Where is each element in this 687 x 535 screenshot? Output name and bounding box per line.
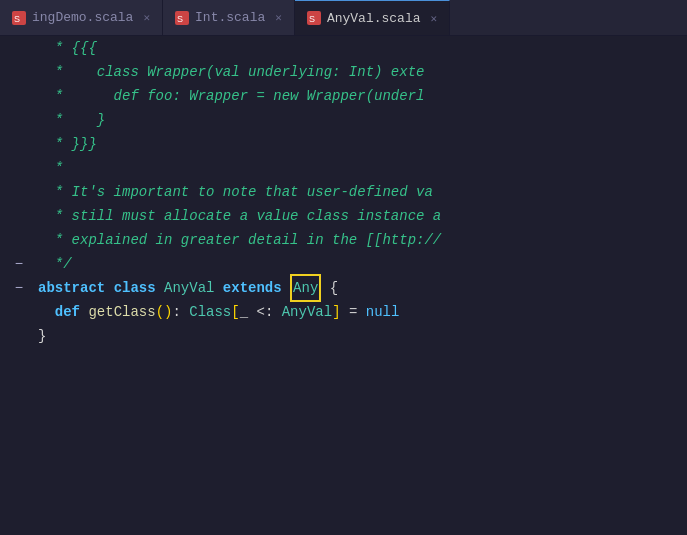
gutter-spacer-9	[12, 228, 26, 252]
line-9-content: * explained in greater detail in the [[h…	[38, 228, 441, 252]
svg-text:S: S	[177, 14, 183, 24]
line-12-bracket2: ]	[332, 300, 340, 324]
line-12-indent	[38, 300, 55, 324]
line-12: def getClass(): Class[_ <: AnyVal] = nul…	[38, 300, 687, 324]
tab-anyval-close[interactable]: ✕	[431, 12, 438, 25]
scala-icon: S	[12, 11, 26, 25]
gutter-spacer-5	[12, 132, 26, 156]
line-11-brace: {	[321, 276, 338, 300]
tab-boxing-close[interactable]: ✕	[143, 11, 150, 24]
line-9: * explained in greater detail in the [[h…	[38, 228, 687, 252]
line-10: */	[38, 252, 687, 276]
gutter-spacer-8	[12, 204, 26, 228]
line-11-extends: extends	[223, 276, 290, 300]
line-7-content: * It's important to note that user-defin…	[38, 180, 433, 204]
line-11-abstract: abstract	[38, 276, 114, 300]
tab-boxing-label: ingDemo.scala	[32, 10, 133, 25]
line-12-anyval-ref: AnyVal	[282, 300, 332, 324]
line-11-anyval: AnyVal	[164, 276, 223, 300]
line-12-bracket1: [	[231, 300, 239, 324]
gutter-spacer-2	[12, 60, 26, 84]
line-12-null: null	[366, 300, 400, 324]
line-1-content: * {{{	[38, 36, 97, 60]
line-3: * def foo: Wrapper = new Wrapper(underl	[38, 84, 687, 108]
line-7: * It's important to note that user-defin…	[38, 180, 687, 204]
line-12-class-type: Class	[189, 300, 231, 324]
line-13: }	[38, 324, 687, 348]
gutter-fold-class[interactable]: −	[12, 276, 26, 300]
tab-int-close[interactable]: ✕	[275, 11, 282, 24]
line-12-equals: =	[341, 300, 366, 324]
line-11: abstract class AnyVal extends Any {	[38, 276, 687, 300]
editor-window: S ingDemo.scala ✕ S Int.scala ✕ S AnyVal…	[0, 0, 687, 535]
line-12-getclass: getClass	[88, 300, 155, 324]
line-5: * }}}	[38, 132, 687, 156]
svg-text:S: S	[14, 14, 20, 24]
line-12-colon: :	[172, 300, 189, 324]
line-2: * class Wrapper(val underlying: Int) ext…	[38, 60, 687, 84]
line-13-brace: }	[38, 324, 46, 348]
line-12-paren2: )	[164, 300, 172, 324]
gutter-spacer-4	[12, 108, 26, 132]
gutter-fold-comment-end[interactable]: −	[12, 252, 26, 276]
line-8-content: * still must allocate a value class inst…	[38, 204, 441, 228]
line-12-def: def	[55, 300, 89, 324]
line-4: * }	[38, 108, 687, 132]
line-12-underscore: _ <:	[240, 300, 282, 324]
line-10-content: */	[38, 252, 72, 276]
tab-boxing[interactable]: S ingDemo.scala ✕	[0, 0, 163, 35]
line-1: * {{{	[38, 36, 687, 60]
scala-icon-int: S	[175, 11, 189, 25]
gutter-spacer-1	[12, 36, 26, 60]
code-content: * {{{ * class Wrapper(val underlying: In…	[30, 36, 687, 535]
tab-int-label: Int.scala	[195, 10, 265, 25]
line-11-class: class	[114, 276, 164, 300]
line-5-content: * }}}	[38, 132, 97, 156]
line-3-content: * def foo: Wrapper = new Wrapper(underl	[38, 84, 424, 108]
editor-area: − − * {{{ * class Wrapper(val underlying…	[0, 36, 687, 535]
gutter-spacer-7	[12, 180, 26, 204]
tab-anyval-label: AnyVal.scala	[327, 11, 421, 26]
gutter: − −	[0, 36, 30, 535]
line-2-content: * class Wrapper(val underlying: Int) ext…	[38, 60, 424, 84]
line-12-paren1: (	[156, 300, 164, 324]
svg-text:S: S	[309, 14, 315, 24]
line-8: * still must allocate a value class inst…	[38, 204, 687, 228]
tab-bar: S ingDemo.scala ✕ S Int.scala ✕ S AnyVal…	[0, 0, 687, 36]
scala-icon-anyval: S	[307, 11, 321, 25]
tab-anyval[interactable]: S AnyVal.scala ✕	[295, 0, 450, 35]
gutter-spacer-3	[12, 84, 26, 108]
line-6: *	[38, 156, 687, 180]
gutter-spacer-12	[12, 300, 26, 324]
tab-int[interactable]: S Int.scala ✕	[163, 0, 295, 35]
line-11-any-highlighted[interactable]: Any	[290, 274, 321, 302]
gutter-spacer-13	[12, 324, 26, 348]
line-4-content: * }	[38, 108, 105, 132]
gutter-spacer-6	[12, 156, 26, 180]
line-6-content: *	[38, 156, 63, 180]
